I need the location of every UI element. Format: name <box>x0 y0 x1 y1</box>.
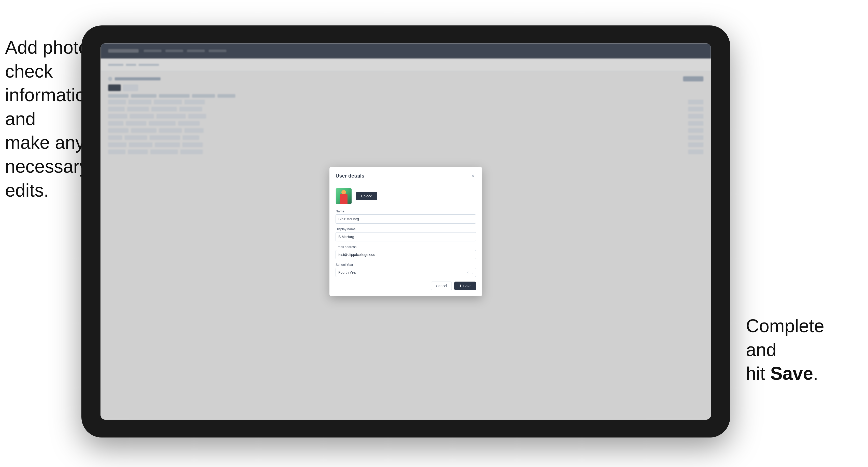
email-field-group: Email address <box>336 245 476 259</box>
modal-footer: Cancel ⬆ Save <box>336 282 476 290</box>
upload-button[interactable]: Upload <box>356 192 377 200</box>
school-year-input[interactable] <box>336 268 476 277</box>
display-name-input[interactable] <box>336 232 476 241</box>
avatar-image <box>336 188 351 204</box>
display-name-field-group: Display name <box>336 227 476 241</box>
modal-divider <box>336 184 476 184</box>
school-year-field-group: School Year × ⌄ <box>336 263 476 277</box>
name-label: Name <box>336 209 476 213</box>
save-button-label: Save <box>463 284 471 288</box>
school-year-select-wrapper: × ⌄ <box>336 268 476 277</box>
name-input[interactable] <box>336 214 476 224</box>
right-annotation: Complete and hit Save. <box>746 314 853 385</box>
chevron-down-icon: ⌄ <box>471 271 474 274</box>
email-label: Email address <box>336 245 476 249</box>
modal-title-bar: User details × <box>336 173 476 179</box>
save-button[interactable]: ⬆ Save <box>454 282 476 290</box>
close-icon[interactable]: × <box>470 173 476 179</box>
modal-title: User details <box>336 173 364 179</box>
display-name-label: Display name <box>336 227 476 231</box>
name-field-group: Name <box>336 209 476 224</box>
save-icon: ⬆ <box>459 284 462 288</box>
modal-backdrop: User details × Upload Name <box>100 43 711 420</box>
photo-section: Upload <box>336 188 476 204</box>
tablet-screen: User details × Upload Name <box>100 43 711 420</box>
tablet-device: User details × Upload Name <box>82 25 730 437</box>
school-year-label: School Year <box>336 263 476 267</box>
user-details-modal: User details × Upload Name <box>330 167 482 296</box>
avatar <box>336 188 352 204</box>
cancel-button[interactable]: Cancel <box>431 282 452 290</box>
email-input[interactable] <box>336 250 476 259</box>
clear-icon[interactable]: × <box>467 270 469 275</box>
